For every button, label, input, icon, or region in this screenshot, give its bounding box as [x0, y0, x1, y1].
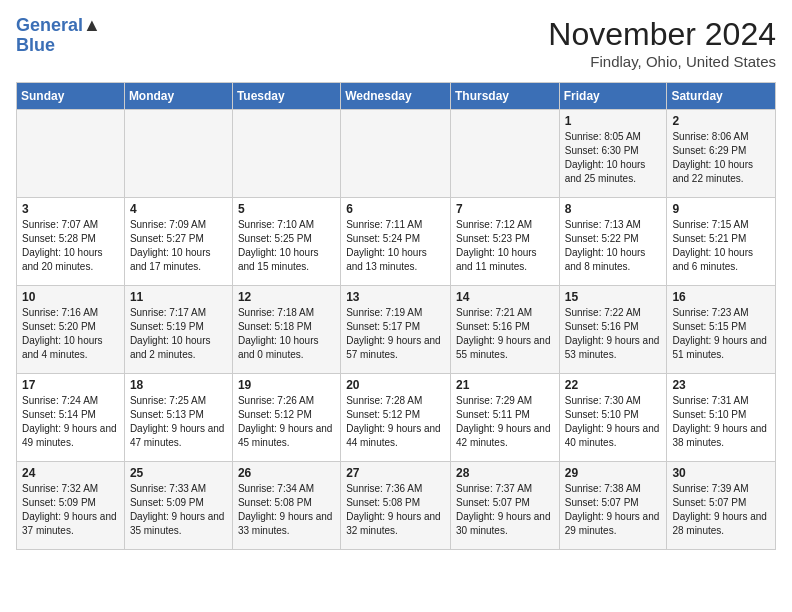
calendar-cell: 29Sunrise: 7:38 AM Sunset: 5:07 PM Dayli… — [559, 462, 667, 550]
day-number: 17 — [22, 378, 119, 392]
location: Findlay, Ohio, United States — [548, 53, 776, 70]
day-info: Sunrise: 7:09 AM Sunset: 5:27 PM Dayligh… — [130, 218, 227, 274]
day-info: Sunrise: 7:29 AM Sunset: 5:11 PM Dayligh… — [456, 394, 554, 450]
header-friday: Friday — [559, 83, 667, 110]
day-info: Sunrise: 7:18 AM Sunset: 5:18 PM Dayligh… — [238, 306, 335, 362]
calendar-header-row: SundayMondayTuesdayWednesdayThursdayFrid… — [17, 83, 776, 110]
calendar-cell: 10Sunrise: 7:16 AM Sunset: 5:20 PM Dayli… — [17, 286, 125, 374]
day-info: Sunrise: 7:22 AM Sunset: 5:16 PM Dayligh… — [565, 306, 662, 362]
day-number: 9 — [672, 202, 770, 216]
logo: General▲ Blue — [16, 16, 101, 56]
day-info: Sunrise: 7:30 AM Sunset: 5:10 PM Dayligh… — [565, 394, 662, 450]
day-info: Sunrise: 7:32 AM Sunset: 5:09 PM Dayligh… — [22, 482, 119, 538]
day-number: 4 — [130, 202, 227, 216]
day-info: Sunrise: 7:34 AM Sunset: 5:08 PM Dayligh… — [238, 482, 335, 538]
calendar-cell: 7Sunrise: 7:12 AM Sunset: 5:23 PM Daylig… — [450, 198, 559, 286]
header-wednesday: Wednesday — [341, 83, 451, 110]
calendar-cell: 22Sunrise: 7:30 AM Sunset: 5:10 PM Dayli… — [559, 374, 667, 462]
day-info: Sunrise: 7:39 AM Sunset: 5:07 PM Dayligh… — [672, 482, 770, 538]
page-header: General▲ Blue November 2024 Findlay, Ohi… — [16, 16, 776, 70]
day-number: 28 — [456, 466, 554, 480]
calendar-cell: 1Sunrise: 8:05 AM Sunset: 6:30 PM Daylig… — [559, 110, 667, 198]
calendar-cell: 4Sunrise: 7:09 AM Sunset: 5:27 PM Daylig… — [124, 198, 232, 286]
day-number: 11 — [130, 290, 227, 304]
day-number: 10 — [22, 290, 119, 304]
header-tuesday: Tuesday — [232, 83, 340, 110]
day-number: 25 — [130, 466, 227, 480]
day-number: 8 — [565, 202, 662, 216]
day-info: Sunrise: 7:16 AM Sunset: 5:20 PM Dayligh… — [22, 306, 119, 362]
calendar-cell: 26Sunrise: 7:34 AM Sunset: 5:08 PM Dayli… — [232, 462, 340, 550]
day-info: Sunrise: 7:13 AM Sunset: 5:22 PM Dayligh… — [565, 218, 662, 274]
day-number: 27 — [346, 466, 445, 480]
day-number: 14 — [456, 290, 554, 304]
calendar-cell: 14Sunrise: 7:21 AM Sunset: 5:16 PM Dayli… — [450, 286, 559, 374]
day-number: 1 — [565, 114, 662, 128]
day-number: 19 — [238, 378, 335, 392]
calendar-week-3: 10Sunrise: 7:16 AM Sunset: 5:20 PM Dayli… — [17, 286, 776, 374]
calendar-cell — [124, 110, 232, 198]
calendar-cell: 3Sunrise: 7:07 AM Sunset: 5:28 PM Daylig… — [17, 198, 125, 286]
calendar-cell: 18Sunrise: 7:25 AM Sunset: 5:13 PM Dayli… — [124, 374, 232, 462]
day-info: Sunrise: 7:26 AM Sunset: 5:12 PM Dayligh… — [238, 394, 335, 450]
day-number: 20 — [346, 378, 445, 392]
day-info: Sunrise: 7:17 AM Sunset: 5:19 PM Dayligh… — [130, 306, 227, 362]
day-number: 2 — [672, 114, 770, 128]
calendar-cell: 27Sunrise: 7:36 AM Sunset: 5:08 PM Dayli… — [341, 462, 451, 550]
calendar-cell: 6Sunrise: 7:11 AM Sunset: 5:24 PM Daylig… — [341, 198, 451, 286]
calendar-cell: 11Sunrise: 7:17 AM Sunset: 5:19 PM Dayli… — [124, 286, 232, 374]
header-sunday: Sunday — [17, 83, 125, 110]
header-monday: Monday — [124, 83, 232, 110]
calendar-cell: 8Sunrise: 7:13 AM Sunset: 5:22 PM Daylig… — [559, 198, 667, 286]
day-info: Sunrise: 7:21 AM Sunset: 5:16 PM Dayligh… — [456, 306, 554, 362]
day-number: 5 — [238, 202, 335, 216]
day-number: 26 — [238, 466, 335, 480]
calendar-cell — [17, 110, 125, 198]
day-info: Sunrise: 7:31 AM Sunset: 5:10 PM Dayligh… — [672, 394, 770, 450]
month-title: November 2024 — [548, 16, 776, 53]
calendar-cell: 20Sunrise: 7:28 AM Sunset: 5:12 PM Dayli… — [341, 374, 451, 462]
day-number: 15 — [565, 290, 662, 304]
day-info: Sunrise: 7:24 AM Sunset: 5:14 PM Dayligh… — [22, 394, 119, 450]
day-number: 7 — [456, 202, 554, 216]
calendar-week-4: 17Sunrise: 7:24 AM Sunset: 5:14 PM Dayli… — [17, 374, 776, 462]
day-number: 23 — [672, 378, 770, 392]
calendar-cell: 19Sunrise: 7:26 AM Sunset: 5:12 PM Dayli… — [232, 374, 340, 462]
day-number: 30 — [672, 466, 770, 480]
calendar-cell: 9Sunrise: 7:15 AM Sunset: 5:21 PM Daylig… — [667, 198, 776, 286]
day-info: Sunrise: 7:36 AM Sunset: 5:08 PM Dayligh… — [346, 482, 445, 538]
calendar-cell: 21Sunrise: 7:29 AM Sunset: 5:11 PM Dayli… — [450, 374, 559, 462]
calendar-cell: 28Sunrise: 7:37 AM Sunset: 5:07 PM Dayli… — [450, 462, 559, 550]
calendar-week-1: 1Sunrise: 8:05 AM Sunset: 6:30 PM Daylig… — [17, 110, 776, 198]
calendar-table: SundayMondayTuesdayWednesdayThursdayFrid… — [16, 82, 776, 550]
title-area: November 2024 Findlay, Ohio, United Stat… — [548, 16, 776, 70]
day-info: Sunrise: 7:10 AM Sunset: 5:25 PM Dayligh… — [238, 218, 335, 274]
calendar-cell — [232, 110, 340, 198]
day-info: Sunrise: 7:07 AM Sunset: 5:28 PM Dayligh… — [22, 218, 119, 274]
calendar-cell: 23Sunrise: 7:31 AM Sunset: 5:10 PM Dayli… — [667, 374, 776, 462]
calendar-cell: 25Sunrise: 7:33 AM Sunset: 5:09 PM Dayli… — [124, 462, 232, 550]
day-info: Sunrise: 8:05 AM Sunset: 6:30 PM Dayligh… — [565, 130, 662, 186]
day-number: 6 — [346, 202, 445, 216]
day-number: 18 — [130, 378, 227, 392]
day-number: 13 — [346, 290, 445, 304]
day-number: 29 — [565, 466, 662, 480]
calendar-cell: 2Sunrise: 8:06 AM Sunset: 6:29 PM Daylig… — [667, 110, 776, 198]
day-number: 3 — [22, 202, 119, 216]
header-saturday: Saturday — [667, 83, 776, 110]
calendar-week-5: 24Sunrise: 7:32 AM Sunset: 5:09 PM Dayli… — [17, 462, 776, 550]
logo-text: General▲ — [16, 16, 101, 36]
day-info: Sunrise: 7:28 AM Sunset: 5:12 PM Dayligh… — [346, 394, 445, 450]
logo-subtext: Blue — [16, 36, 101, 56]
header-thursday: Thursday — [450, 83, 559, 110]
day-info: Sunrise: 7:19 AM Sunset: 5:17 PM Dayligh… — [346, 306, 445, 362]
day-info: Sunrise: 7:15 AM Sunset: 5:21 PM Dayligh… — [672, 218, 770, 274]
day-number: 22 — [565, 378, 662, 392]
day-info: Sunrise: 7:38 AM Sunset: 5:07 PM Dayligh… — [565, 482, 662, 538]
day-number: 21 — [456, 378, 554, 392]
calendar-cell: 15Sunrise: 7:22 AM Sunset: 5:16 PM Dayli… — [559, 286, 667, 374]
calendar-cell: 12Sunrise: 7:18 AM Sunset: 5:18 PM Dayli… — [232, 286, 340, 374]
day-info: Sunrise: 7:25 AM Sunset: 5:13 PM Dayligh… — [130, 394, 227, 450]
day-number: 24 — [22, 466, 119, 480]
day-number: 12 — [238, 290, 335, 304]
